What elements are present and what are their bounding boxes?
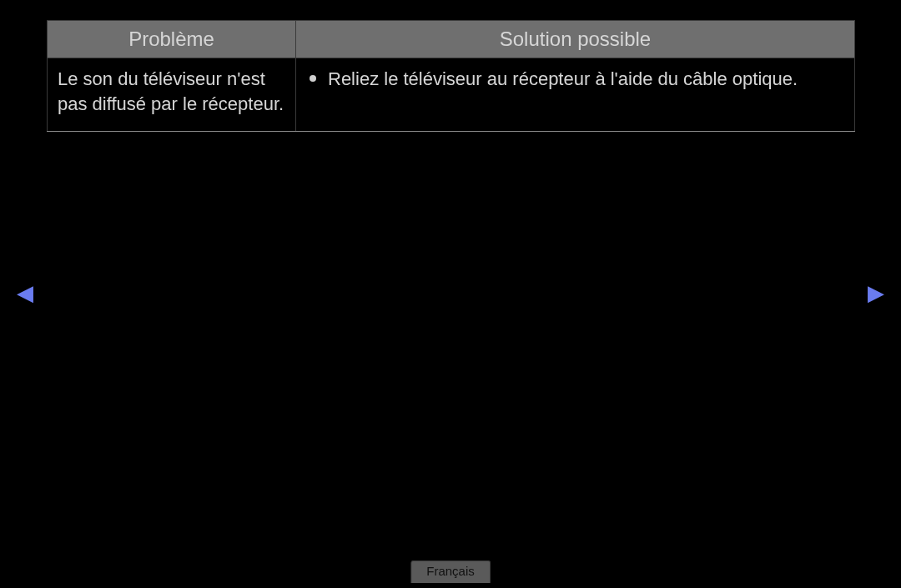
bullet-icon <box>310 75 316 82</box>
col-header-solution: Solution possible <box>296 21 855 58</box>
cell-problem: Le son du téléviseur n'est pas diffusé p… <box>48 58 296 132</box>
troubleshoot-table-wrap: Problème Solution possible Le son du tél… <box>47 20 854 132</box>
next-page-arrow[interactable]: ▶ <box>868 280 884 306</box>
solution-text: Reliez le téléviseur au récepteur à l'ai… <box>328 67 844 92</box>
cell-solution: Reliez le téléviseur au récepteur à l'ai… <box>296 58 855 132</box>
table-header-row: Problème Solution possible <box>48 21 855 58</box>
col-header-problem: Problème <box>48 21 296 58</box>
solution-bullet: Reliez le téléviseur au récepteur à l'ai… <box>306 67 844 92</box>
language-badge: Français <box>410 560 491 583</box>
manual-page: Problème Solution possible Le son du tél… <box>0 0 901 588</box>
table-row: Le son du téléviseur n'est pas diffusé p… <box>48 58 855 132</box>
troubleshoot-table: Problème Solution possible Le son du tél… <box>47 20 855 132</box>
prev-page-arrow[interactable]: ◀ <box>17 280 33 306</box>
